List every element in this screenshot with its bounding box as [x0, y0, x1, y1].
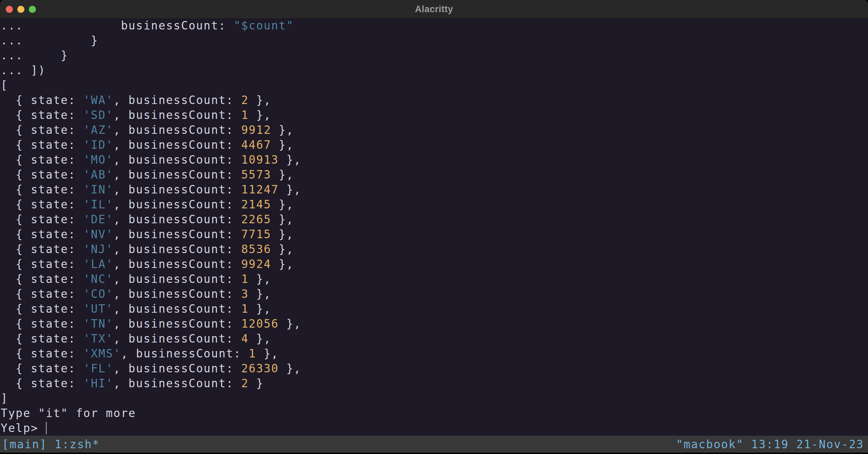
traffic-lights [6, 0, 36, 18]
terminal-line: { state: 'LA', businessCount: 9924 }, [1, 257, 868, 272]
terminal-line: { state: 'MO', businessCount: 10913 }, [1, 152, 868, 167]
terminal-line: { state: 'UT', businessCount: 1 }, [1, 302, 868, 316]
alacritty-window: Alacritty ... businessCount: "$count"...… [0, 0, 868, 453]
terminal-line: { state: 'AZ', businessCount: 9912 }, [1, 123, 868, 138]
tmux-status-bar: [main] 1:zsh* "macbook" 13:19 21-Nov-23 [0, 436, 868, 453]
terminal-line: ... } [1, 33, 868, 48]
terminal-line: { state: 'CO', businessCount: 3 }, [1, 287, 868, 302]
terminal-line: { state: 'ID', businessCount: 4467 }, [1, 138, 868, 152]
terminal-line: { state: 'SD', businessCount: 1 }, [1, 108, 868, 123]
zoom-button[interactable] [29, 6, 36, 13]
tmux-host-clock: "macbook" 13:19 21-Nov-23 [676, 438, 864, 451]
terminal-line: { state: 'IN', businessCount: 11247 }, [1, 182, 868, 197]
terminal-line: { state: 'FL', businessCount: 26330 }, [1, 361, 868, 376]
window-titlebar: Alacritty [0, 0, 868, 18]
terminal-line: ] [1, 391, 868, 406]
terminal-line: { state: 'DE', businessCount: 2265 }, [1, 212, 868, 227]
terminal-line: { state: 'AB', businessCount: 5573 }, [1, 167, 868, 182]
terminal-line: { state: 'TX', businessCount: 4 }, [1, 331, 868, 346]
text-cursor [46, 422, 47, 434]
terminal-line: { state: 'NJ', businessCount: 8536 }, [1, 242, 868, 257]
terminal-line: { state: 'NC', businessCount: 1 }, [1, 272, 868, 287]
terminal-line: ... ]) [1, 63, 868, 78]
terminal-line: { state: 'TN', businessCount: 12056 }, [1, 316, 868, 331]
terminal-line: { state: 'IL', businessCount: 2145 }, [1, 197, 868, 212]
terminal-line: { state: 'WA', businessCount: 2 }, [1, 93, 868, 108]
terminal-line: ... } [1, 48, 868, 63]
terminal-output[interactable]: ... businessCount: "$count"... }... }...… [0, 18, 868, 436]
tmux-session-info: [main] 1:zsh* [2, 438, 100, 451]
terminal-line: ... businessCount: "$count" [1, 18, 868, 33]
terminal-line: Yelp> [1, 421, 868, 436]
minimize-button[interactable] [17, 6, 24, 13]
close-button[interactable] [6, 6, 13, 13]
terminal-line: { state: 'XMS', businessCount: 1 }, [1, 346, 868, 361]
terminal-line: { state: 'NV', businessCount: 7715 }, [1, 227, 868, 242]
terminal-line: [ [1, 78, 868, 93]
terminal-line: { state: 'HI', businessCount: 2 } [1, 376, 868, 391]
terminal-line: Type "it" for more [1, 406, 868, 421]
window-title: Alacritty [415, 4, 453, 15]
